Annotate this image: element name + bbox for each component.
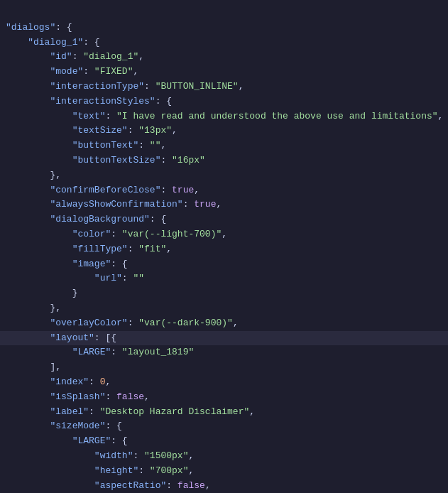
code-line: } <box>0 286 448 301</box>
code-line: ], <box>0 360 448 375</box>
code-line: }, <box>0 301 448 316</box>
token-colon: : <box>138 465 150 476</box>
token-colon: , <box>160 140 166 151</box>
token-colon: : { <box>83 37 99 48</box>
token-colon: : <box>111 229 122 239</box>
token-colon: , <box>138 51 144 62</box>
token-string: "BUTTON_INLINE" <box>155 81 239 92</box>
token-colon: : { <box>155 96 172 107</box>
token-colon: , <box>239 81 244 92</box>
token-colon: , <box>166 244 172 254</box>
code-line: "aspectRatio": false, <box>0 479 448 494</box>
token-string: understood the above use <box>205 111 349 121</box>
token-colon: : <box>89 376 100 387</box>
token-key: "sizeMode" <box>50 421 105 431</box>
token-string: "var(--dark-900)" <box>138 318 233 328</box>
token-brace: } <box>72 288 78 298</box>
code-line: "interactionType": "BUTTON_INLINE", <box>0 80 448 94</box>
token-colon: : <box>111 347 122 357</box>
code-line: "textSize": "13px", <box>0 124 448 139</box>
token-boolean: false <box>177 480 205 491</box>
token-colon: : { <box>55 22 72 33</box>
token-key: "dialogs" <box>6 22 55 33</box>
token-colon: : <box>128 244 139 254</box>
token-key: "dialogBackground" <box>50 214 149 224</box>
token-colon: : <box>183 199 195 210</box>
code-line: "LARGE": "layout_1819" <box>0 345 448 360</box>
code-line: "overlayColor": "var(--dark-900)", <box>0 316 448 331</box>
token-colon: : { <box>111 259 127 269</box>
token-colon: , <box>172 125 177 136</box>
token-boolean: false <box>116 391 144 402</box>
code-line: "mode": "FIXED", <box>0 65 448 80</box>
token-colon: : <box>105 391 116 402</box>
token-string: "16px" <box>172 155 205 166</box>
code-line: "isSplash": false, <box>0 390 448 405</box>
token-string: "1500px" <box>144 450 188 461</box>
token-key: "layout" <box>50 332 94 343</box>
token-string: limitations" <box>366 111 437 121</box>
token-key: "dialog_1" <box>28 37 83 48</box>
token-boolean: true <box>172 185 194 195</box>
token-string: and <box>349 111 366 121</box>
code-line: "label": "Desktop Hazard Disclaimer", <box>0 405 448 420</box>
token-string: "layout_1819" <box>122 347 194 357</box>
token-colon: , <box>133 66 138 77</box>
code-line: }, <box>0 168 448 183</box>
token-colon: , <box>105 376 111 387</box>
code-editor: "dialogs": { "dialog_1": { "id": "dialog… <box>0 0 448 493</box>
token-string: and <box>188 111 204 121</box>
token-key: "interactionType" <box>50 81 144 92</box>
token-colon: : <box>83 66 94 77</box>
token-key: "isSplash" <box>50 391 105 402</box>
token-key: "index" <box>50 376 89 387</box>
token-key: "image" <box>72 259 111 269</box>
token-key: "LARGE" <box>72 435 111 446</box>
token-string: "700px" <box>150 465 189 476</box>
token-colon: : <box>160 185 172 195</box>
token-key: "color" <box>72 229 111 239</box>
token-key: "confirmBeforeClose" <box>50 185 160 195</box>
token-colon: , <box>144 391 150 402</box>
token-string: "" <box>133 273 144 283</box>
code-line: "url": "" <box>0 271 448 286</box>
code-line: "interactionStyles": { <box>0 94 448 109</box>
token-key: "aspectRatio" <box>94 480 166 491</box>
token-key: "text" <box>72 111 106 121</box>
token-key: "mode" <box>50 66 83 77</box>
token-key: "alwaysShowConfirmation" <box>50 199 182 210</box>
code-line: "dialogs": { <box>0 21 448 36</box>
token-colon: , <box>205 480 211 491</box>
token-brace: }, <box>50 303 61 313</box>
code-line: "confirmBeforeClose": true, <box>0 183 448 198</box>
token-key: "url" <box>94 273 122 283</box>
token-string: "" <box>150 140 161 151</box>
token-colon: , <box>194 185 200 195</box>
token-string: "dialog_1" <box>83 51 138 62</box>
token-key: "textSize" <box>72 125 128 136</box>
token-colon: , <box>438 111 444 121</box>
token-key: "height" <box>94 465 138 476</box>
token-brace: }, <box>50 170 61 180</box>
token-key: "interactionStyles" <box>50 96 155 107</box>
token-colon: : <box>144 81 155 92</box>
token-colon: : <box>133 450 144 461</box>
token-boolean: true <box>194 199 216 210</box>
token-colon: , <box>249 406 255 417</box>
token-colon: , <box>216 199 222 210</box>
token-colon: , <box>233 318 239 328</box>
token-colon: : <box>138 140 150 151</box>
code-line: "fillType": "fit", <box>0 242 448 257</box>
token-colon: : { <box>105 421 121 431</box>
token-colon: , <box>188 450 194 461</box>
token-colon: : { <box>150 214 166 224</box>
code-line: "buttonTextSize": "16px" <box>0 153 448 168</box>
token-key: "buttonText" <box>72 140 139 151</box>
token-brace: ], <box>50 362 61 372</box>
token-key: "LARGE" <box>72 347 111 357</box>
code-line: "buttonText": "", <box>0 139 448 153</box>
token-colon: : { <box>111 435 127 446</box>
token-colon: : <box>128 318 139 328</box>
code-line: "text": "I have read and understood the … <box>0 109 448 124</box>
token-colon: , <box>222 229 227 239</box>
